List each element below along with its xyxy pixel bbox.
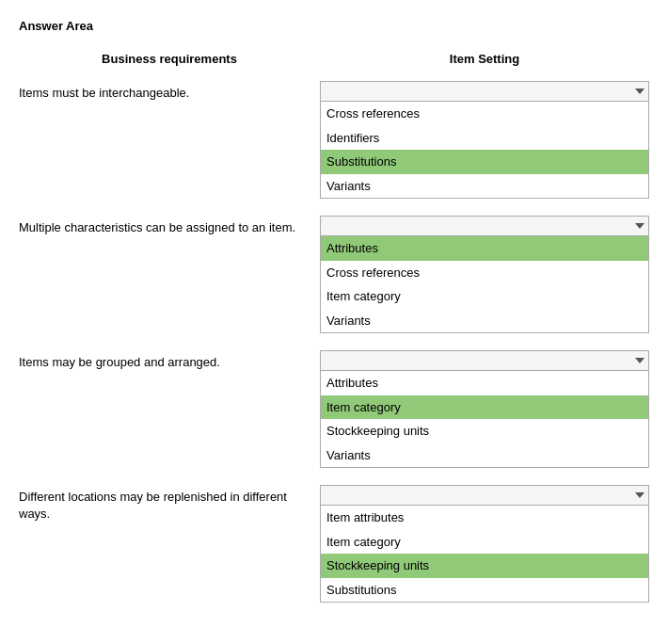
dropdown-wrapper[interactable]: AttributesCross referencesItem categoryV… [320, 216, 649, 333]
dropdown-item[interactable]: Stockkeeping units [321, 554, 648, 578]
dropdown-header[interactable] [320, 485, 649, 506]
table-row: Different locations may be replenished i… [19, 485, 649, 603]
table-row: Items must be interchangeable.Cross refe… [19, 81, 649, 199]
chevron-down-icon [635, 89, 644, 94]
dropdown-item[interactable]: Cross references [321, 102, 648, 126]
dropdown-item[interactable]: Item attributes [321, 506, 648, 530]
dropdown-list: Cross referencesIdentifiersSubstitutions… [320, 102, 649, 199]
dropdown-list: AttributesItem categoryStockkeeping unit… [320, 371, 649, 468]
chevron-down-icon [635, 223, 644, 229]
dropdown-header[interactable] [320, 350, 649, 371]
dropdown-item[interactable]: Identifiers [321, 126, 648, 151]
dropdown-list: Item attributesItem categoryStockkeeping… [320, 506, 649, 603]
dropdown-list: AttributesCross referencesItem categoryV… [320, 236, 649, 333]
col-setting-header: Item Setting [320, 52, 649, 66]
dropdown-item[interactable]: Attributes [321, 371, 648, 395]
dropdown-item[interactable]: Stockkeeping units [321, 419, 648, 443]
dropdown-item[interactable]: Attributes [321, 236, 648, 261]
answer-area: Answer Area Business requirements Item S… [19, 19, 649, 603]
dropdown-wrapper[interactable]: Cross referencesIdentifiersSubstitutions… [320, 81, 649, 199]
rows-container: Items must be interchangeable.Cross refe… [19, 81, 649, 603]
dropdown-header[interactable] [320, 216, 649, 236]
chevron-down-icon [635, 358, 644, 363]
business-requirement: Items may be grouped and arranged. [19, 350, 320, 371]
dropdown-item[interactable]: Variants [321, 443, 648, 468]
col-business-header: Business requirements [19, 52, 320, 66]
dropdown-header[interactable] [320, 81, 649, 102]
dropdown-item[interactable]: Item category [321, 284, 648, 309]
dropdown-wrapper[interactable]: Item attributesItem categoryStockkeeping… [320, 485, 649, 603]
dropdown-item[interactable]: Item category [321, 395, 648, 420]
dropdown-item[interactable]: Substitutions [321, 150, 648, 174]
dropdown-item[interactable]: Variants [321, 174, 648, 199]
table-header: Business requirements Item Setting [19, 52, 649, 66]
dropdown-item[interactable]: Cross references [321, 261, 648, 285]
business-requirement: Items must be interchangeable. [19, 81, 320, 102]
dropdown-wrapper[interactable]: AttributesItem categoryStockkeeping unit… [320, 350, 649, 468]
chevron-down-icon [635, 492, 644, 498]
page-title: Answer Area [19, 19, 649, 33]
dropdown-item[interactable]: Substitutions [321, 578, 648, 603]
business-requirement: Multiple characteristics can be assigned… [19, 216, 320, 236]
table-row: Multiple characteristics can be assigned… [19, 216, 649, 333]
dropdown-item[interactable]: Variants [321, 309, 648, 333]
dropdown-item[interactable]: Item category [321, 530, 648, 555]
table-row: Items may be grouped and arranged.Attrib… [19, 350, 649, 468]
business-requirement: Different locations may be replenished i… [19, 485, 320, 523]
